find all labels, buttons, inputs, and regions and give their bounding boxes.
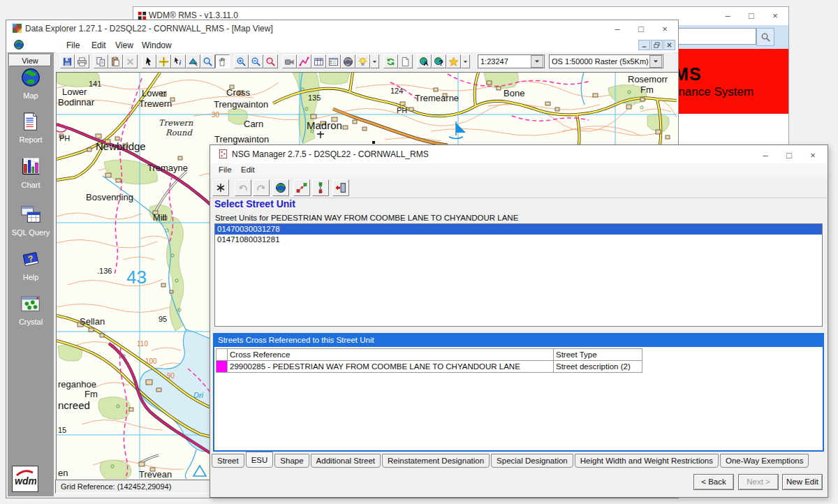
list-item-selected[interactable]: 01470030031278 [215,224,822,235]
sidebar-item-map[interactable]: Map [8,67,54,100]
shape-select-button[interactable] [186,54,200,68]
menu-window[interactable]: Window [139,39,175,52]
menu-edit[interactable]: Edit [89,39,109,52]
refresh-button[interactable] [383,54,398,68]
tab-esu[interactable]: ESU [246,452,274,468]
new-edit-button[interactable]: New Edit [782,474,823,490]
list-item[interactable]: 01471080031281 [215,235,822,245]
menu-view[interactable]: View [112,39,136,52]
tab-street[interactable]: Street [212,454,244,468]
map-label: Trengwainton [214,134,269,144]
bulb-icon [358,57,368,67]
sidebar-item-chart[interactable]: Chart [8,156,54,189]
maximize-icon[interactable]: □ [777,147,801,163]
dropdown-caret-icon[interactable] [649,55,662,68]
favourites-button[interactable] [446,54,461,68]
menu-file[interactable]: File [64,39,82,52]
map-label: Tremearne [415,93,459,103]
view-sidebar-header[interactable]: View [9,54,51,66]
redo-button[interactable] [253,179,270,196]
save-button[interactable] [60,54,75,68]
table-icon [314,57,324,67]
paste-button[interactable] [108,54,123,68]
info-tool-button[interactable]: i [171,54,186,68]
globe-label-button[interactable]: A [417,54,432,68]
globe-view-button[interactable] [341,54,355,68]
bulb-button[interactable] [355,54,370,68]
svg-text:?: ? [439,59,443,67]
new-document-icon [400,57,411,67]
search-button[interactable] [756,28,774,46]
search-icon [760,32,771,43]
tab-additional-street[interactable]: Additional Street [311,454,381,468]
route-button[interactable] [297,54,311,68]
camera-button[interactable] [282,54,297,68]
sidebar-item-sql-query[interactable]: SQL Query [8,204,54,237]
mdi-close-icon[interactable] [663,40,675,50]
pan-tool-button[interactable] [215,54,230,68]
menu-edit[interactable]: Edit [238,164,258,175]
tab-reinstatement-designation[interactable]: Reinstatement Designation [382,454,490,468]
sidebar-item-report[interactable]: Report [8,111,54,144]
zoom-window-button[interactable] [263,54,278,68]
undo-button[interactable] [235,179,251,196]
close-icon[interactable]: × [801,147,825,163]
globe-query-button[interactable]: ? [432,54,446,68]
table-view-button[interactable] [311,54,326,68]
table-list-button[interactable] [326,54,341,68]
next-button[interactable]: Next > [738,474,779,490]
scale-combo[interactable]: 1:23247 [478,54,545,68]
data-explorer-titlebar[interactable]: Data Explorer 1.27.1 - D2SQL22 - CORNWAL… [6,20,678,37]
zoom-in-button[interactable] [234,54,249,68]
exit-icon [335,182,346,193]
layer-combo[interactable]: OS 1:50000 Raster (5x5Km) [549,54,663,68]
magnify-tool-button[interactable] [200,54,215,68]
sidebar-item-help[interactable]: ? Help [8,249,54,281]
nsg-titlebar[interactable]: NSG Manager 2.7.5 - D2SQL22 - CORNWALL_R… [210,145,828,163]
tab-special-designation[interactable]: Special Designation [491,454,573,468]
table-row[interactable]: 29900285 - PEDESTRIAN WAY FROM COOMBE LA… [216,361,642,373]
favourites-dropdown-button[interactable] [461,54,470,68]
node-vertical-button[interactable] [312,179,329,196]
mdi-minimize-icon[interactable] [638,40,650,50]
bulb-dropdown-button[interactable] [370,54,379,68]
wdm-logo-button[interactable]: wdm [12,466,38,492]
street-type-cell[interactable]: Street description (2) [554,361,642,373]
tab-one-way-exemptions[interactable]: One-Way Exemptions [720,454,809,468]
tab-height-width-weight[interactable]: Height Width and Weight Restrictions [575,454,719,468]
select-tool-button[interactable] [142,54,156,68]
nsg-window-title: NSG Manager 2.7.5 - D2SQL22 - CORNWALL_R… [232,149,429,159]
close-icon[interactable]: × [653,20,677,37]
tab-shape[interactable]: Shape [274,454,309,468]
sidebar-item-crystal[interactable]: Crystal [8,293,54,326]
mdi-restore-icon[interactable] [651,40,663,50]
node-link-button[interactable] [293,179,310,196]
cross-reference-table[interactable]: Cross Reference Street Type 29900285 - P… [216,348,642,373]
map-globe-button[interactable] [272,179,289,196]
cross-reference-group: Streets Cross Referenced to this Street … [213,333,824,452]
back-button[interactable]: < Back [693,474,734,490]
zoom-out-button[interactable] [249,54,263,68]
minimize-icon[interactable]: – [716,7,740,24]
minimize-icon[interactable]: – [754,147,777,163]
new-search-button[interactable] [212,179,229,196]
measure-tool-button[interactable] [156,54,171,68]
column-header[interactable]: Street Type [554,349,642,361]
print-button[interactable] [75,54,89,68]
maximize-icon[interactable]: □ [629,20,653,37]
exit-button[interactable] [332,179,349,196]
dropdown-caret-icon[interactable] [531,55,543,68]
node-vertical-icon [315,182,326,193]
maximize-icon[interactable]: □ [740,7,763,24]
close-icon[interactable]: × [763,7,787,24]
menu-file[interactable]: File [216,164,235,175]
delete-button[interactable] [123,54,138,68]
street-units-listbox[interactable]: 01470030031278 01471080031281 [214,223,823,327]
sidebar-label: SQL Query [8,228,54,237]
minimize-icon[interactable]: – [605,20,629,37]
copy-button[interactable] [94,54,108,68]
cross-reference-cell[interactable]: 29900285 - PEDESTRIAN WAY FROM COOMBE LA… [228,361,554,373]
new-document-button[interactable] [398,54,413,68]
copy-icon [96,57,106,67]
column-header[interactable]: Cross Reference [228,349,554,361]
